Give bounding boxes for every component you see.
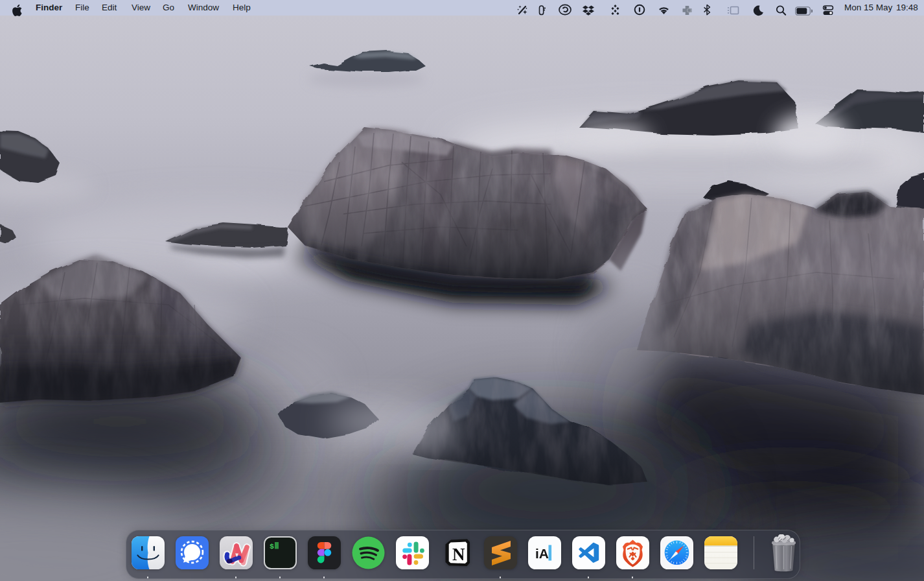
svg-text:$: $	[270, 542, 274, 551]
svg-text:iA: iA	[535, 546, 549, 561]
svg-text:N: N	[452, 545, 465, 564]
